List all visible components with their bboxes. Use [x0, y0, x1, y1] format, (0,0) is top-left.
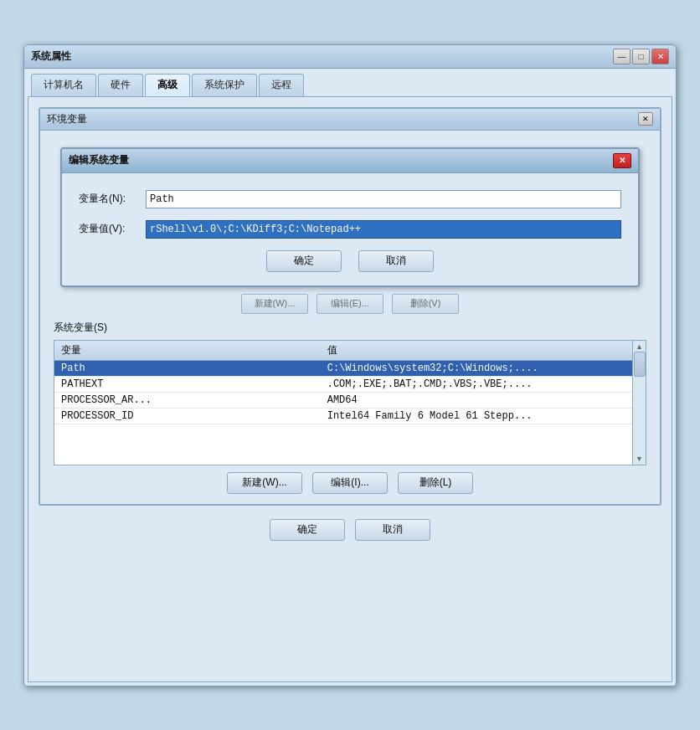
system-vars-section-title: 系统变量(S)	[54, 321, 646, 335]
variable-value-input[interactable]	[146, 220, 621, 239]
row-var-value: .COM;.EXE;.BAT;.CMD;.VBS;.VBE;....	[321, 376, 646, 392]
maximize-button[interactable]: □	[632, 49, 650, 64]
env-dialog-title: 环境变量	[47, 112, 87, 126]
edit-cancel-label: 取消	[386, 254, 406, 268]
new-user-var-label: 新建(W)...	[255, 297, 296, 310]
scrollbar-thumb[interactable]	[634, 352, 646, 377]
new-user-var-button[interactable]: 新建(W)...	[241, 294, 308, 314]
row-var-name: Path	[54, 360, 321, 376]
maximize-icon: □	[638, 52, 643, 61]
tab-hardware-label: 硬件	[111, 79, 131, 90]
env-titlebar: 环境变量 ✕	[40, 109, 660, 131]
env-close-button[interactable]: ✕	[638, 112, 653, 126]
table-header-row: 变量 值	[54, 341, 646, 361]
edit-dialog-buttons: 确定 取消	[79, 250, 621, 272]
env-variables-dialog: 环境变量 ✕ 编辑系统变量 ✕	[39, 107, 661, 506]
variable-name-input[interactable]	[146, 190, 621, 208]
tab-system-protection[interactable]: 系统保护	[192, 74, 257, 96]
tab-computer-name-label: 计算机名	[44, 79, 84, 90]
row-var-name: PROCESSOR_AR...	[54, 392, 321, 408]
footer-confirm-button[interactable]: 确定	[270, 519, 345, 541]
main-content: 环境变量 ✕ 编辑系统变量 ✕	[28, 96, 672, 682]
edit-sys-var-label: 编辑(I)...	[331, 476, 368, 490]
system-properties-window: 系统属性 — □ ✕ 计算机名 硬件 高级 系统保护 远程	[23, 44, 677, 686]
row-var-name: PROCESSOR_ID	[54, 408, 321, 424]
scroll-up-icon[interactable]: ▲	[633, 341, 646, 351]
edit-system-variable-dialog: 编辑系统变量 ✕ 变量名(N): 变量值(V):	[60, 147, 640, 287]
minimize-icon: —	[618, 52, 626, 61]
edit-dialog-title: 编辑系统变量	[69, 153, 129, 167]
env-close-icon: ✕	[642, 115, 649, 123]
variable-name-row: 变量名(N):	[79, 190, 621, 208]
row-var-name: PATHEXT	[54, 376, 321, 392]
titlebar-controls: — □ ✕	[613, 49, 669, 64]
edit-confirm-label: 确定	[294, 254, 314, 268]
tab-advanced-label: 高级	[157, 79, 178, 90]
titlebar: 系统属性 — □ ✕	[24, 45, 676, 69]
window-title: 系统属性	[31, 49, 71, 64]
tab-system-protection-label: 系统保护	[204, 79, 244, 90]
table-row[interactable]: PROCESSOR_ID Intel64 Family 6 Model 61 S…	[54, 408, 646, 424]
delete-sys-var-button[interactable]: 删除(L)	[398, 472, 473, 494]
close-button[interactable]: ✕	[651, 49, 669, 64]
delete-user-var-button[interactable]: 删除(V)	[392, 294, 459, 314]
row-var-value: Intel64 Family 6 Model 61 Stepp...	[321, 408, 646, 424]
variable-value-label: 变量值(V):	[79, 222, 146, 236]
edit-user-var-button[interactable]: 编辑(E)...	[317, 294, 383, 314]
scrollbar-track[interactable]: ▲ ▼	[632, 341, 646, 465]
minimize-button[interactable]: —	[613, 49, 631, 64]
edit-cancel-button[interactable]: 取消	[358, 250, 434, 272]
tab-advanced[interactable]: 高级	[145, 74, 190, 96]
col-value: 值	[321, 341, 646, 361]
tab-hardware[interactable]: 硬件	[98, 74, 143, 96]
edit-user-var-label: 编辑(E)...	[331, 297, 369, 310]
edit-body: 变量名(N): 变量值(V): 确定	[62, 173, 638, 285]
edit-sys-var-button[interactable]: 编辑(I)...	[312, 472, 388, 494]
delete-sys-var-label: 删除(L)	[419, 476, 452, 490]
variable-name-label: 变量名(N):	[79, 192, 146, 206]
table-row[interactable]: PROCESSOR_AR... AMD64	[54, 392, 646, 408]
col-variable: 变量	[54, 341, 321, 361]
table-row[interactable]: Path C:\Windows\system32;C:\Windows;....	[54, 360, 646, 376]
row-var-value: C:\Windows\system32;C:\Windows;....	[321, 360, 646, 376]
delete-user-var-label: 删除(V)	[410, 297, 441, 310]
edit-titlebar: 编辑系统变量 ✕	[62, 149, 638, 173]
variable-value-row: 变量值(V):	[79, 220, 621, 239]
new-sys-var-label: 新建(W)...	[242, 476, 286, 490]
tab-computer-name[interactable]: 计算机名	[31, 74, 96, 96]
footer-confirm-label: 确定	[297, 522, 317, 537]
table-row[interactable]: PATHEXT .COM;.EXE;.BAT;.CMD;.VBS;.VBE;..…	[54, 376, 646, 392]
scroll-down-icon[interactable]: ▼	[633, 455, 646, 463]
env-content: 编辑系统变量 ✕ 变量名(N): 变量值(V):	[40, 131, 660, 504]
footer-buttons: 确定 取消	[39, 519, 661, 541]
new-sys-var-button[interactable]: 新建(W)...	[227, 472, 302, 494]
footer-cancel-button[interactable]: 取消	[355, 519, 430, 541]
obscured-buttons-row: 新建(W)... 编辑(E)... 删除(V)	[54, 294, 646, 314]
close-icon: ✕	[657, 52, 664, 61]
edit-confirm-button[interactable]: 确定	[266, 250, 342, 272]
system-vars-buttons: 新建(W)... 编辑(I)... 删除(L)	[54, 472, 646, 494]
system-vars-table: 变量 值 Path C:\Windows\system32;C:\Windows…	[54, 341, 646, 424]
edit-close-icon: ✕	[619, 156, 625, 165]
tab-remote[interactable]: 远程	[259, 74, 304, 96]
footer-cancel-label: 取消	[383, 522, 403, 537]
tab-remote-label: 远程	[271, 79, 291, 90]
system-vars-table-container: 变量 值 Path C:\Windows\system32;C:\Windows…	[54, 340, 646, 465]
row-var-value: AMD64	[321, 392, 646, 408]
tabs-bar: 计算机名 硬件 高级 系统保护 远程	[24, 69, 676, 96]
edit-close-button[interactable]: ✕	[613, 153, 631, 168]
